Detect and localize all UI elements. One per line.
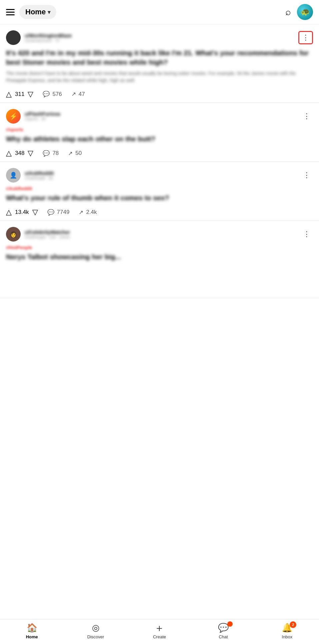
nav-item-chat[interactable]: 💬 ● Chat [210,623,237,639]
share-button-3[interactable]: ↗ 2.4k [79,209,97,216]
inbox-nav-label: Inbox [282,634,292,639]
nav-item-create[interactable]: ＋ Create [146,623,173,639]
user-info-3: u/AskReddit r/AskReddit · 6h [25,170,54,181]
posts-feed: u/WorthingtonBlaze r/entertainment · 7h … [0,24,319,298]
post-title-1: It's 420 and I'm in my mid-30s running i… [0,48,319,70]
discover-nav-label: Discover [87,634,104,639]
username-2: u/FlashFuriosa [25,111,60,117]
post-title-3: What's your rule of thumb when it comes … [0,193,319,205]
post-header-3: 👤 u/AskReddit r/AskReddit · 6h ⋮ [0,168,319,186]
username-3: u/AskReddit [25,170,54,176]
inbox-badge: 2 [290,621,296,628]
discover-icon: ◎ [92,623,100,633]
user-avatar-3[interactable]: 👤 [6,168,21,183]
more-options-icon-4[interactable]: ⋮ [300,229,313,240]
comment-button-1[interactable]: 💬 576 [43,91,62,98]
nav-item-inbox[interactable]: 🔔 2 Inbox [274,623,300,639]
upvote-icon-2[interactable]: △ [6,149,12,158]
username-1: u/WorthingtonBlaze [25,33,72,38]
nav-item-home[interactable]: 🏠 Home [19,623,45,639]
post-2: ⚡ u/FlashFuriosa r/sports · 3h ⋮ r/sport… [0,103,319,162]
home-icon: 🏠 [27,623,37,633]
comment-count-1: 576 [52,91,62,98]
avatar-image [297,4,313,20]
chat-badge: ● [227,621,233,627]
post-title-4: Nerys Talbot showcasing her big... [0,252,319,264]
upvote-count-2: 348 [15,150,24,157]
upvote-count-1: 311 [15,91,24,98]
search-icon[interactable]: ⌕ [285,7,291,17]
nav-item-discover[interactable]: ◎ Discover [82,623,109,639]
share-count-1: 47 [79,91,85,98]
home-dropdown-button[interactable]: Home ▾ [19,5,56,19]
post-subreddit-2: r/sports [0,127,319,134]
user-info-2: u/FlashFuriosa r/sports · 3h [25,111,60,121]
post-subreddit-4: r/HotPeople [0,245,319,252]
vote-group-1: △ 311 ▽ [6,90,33,99]
comment-button-3[interactable]: 💬 7749 [47,209,70,216]
post-header-2: ⚡ u/FlashFuriosa r/sports · 3h ⋮ [0,109,319,127]
share-count-2: 50 [75,150,82,157]
post-title-2: Why do athletes slap each other on the b… [0,134,319,146]
user-avatar-2[interactable]: ⚡ [6,109,21,124]
comment-button-2[interactable]: 💬 78 [43,150,59,157]
more-options-icon-2[interactable]: ⋮ [300,111,313,122]
comment-count-3: 7749 [57,209,70,216]
user-avatar-1[interactable] [6,30,21,45]
share-icon-1: ↗ [71,91,76,98]
menu-button[interactable] [6,9,15,15]
share-button-1[interactable]: ↗ 47 [71,91,85,98]
share-button-2[interactable]: ↗ 50 [68,150,82,157]
user-info-4: u/CelebrityWatcher r/HotPeople · 13h · 1… [25,229,70,240]
comment-count-2: 78 [52,150,59,157]
post-user-2: ⚡ u/FlashFuriosa r/sports · 3h [6,109,60,124]
post-user-3: 👤 u/AskReddit r/AskReddit · 6h [6,168,54,183]
post-user-4: 👩 u/CelebrityWatcher r/HotPeople · 13h ·… [6,227,70,242]
post-user-1: u/WorthingtonBlaze r/entertainment · 7h [6,30,72,45]
comment-icon-2: 💬 [43,150,50,157]
user-meta-2: r/sports · 3h [25,117,60,121]
post-header-1: u/WorthingtonBlaze r/entertainment · 7h … [0,30,319,48]
comment-icon-3: 💬 [47,209,54,216]
bottom-nav: 🏠 Home ◎ Discover ＋ Create 💬 ● Chat 🔔 2 … [0,619,319,644]
nav-left: Home ▾ [6,5,56,19]
share-count-3: 2.4k [86,209,97,216]
post-actions-2: △ 348 ▽ 💬 78 ↗ 50 [0,146,319,158]
share-icon-3: ↗ [79,209,83,216]
create-icon: ＋ [154,623,164,633]
username-4: u/CelebrityWatcher [25,229,70,235]
downvote-icon-1[interactable]: ▽ [28,90,33,99]
more-options-icon-1[interactable]: ⋮ [298,31,313,44]
post-body-1: The movie doesn't have to be about weed … [0,70,319,87]
share-icon-2: ↗ [68,150,73,157]
upvote-icon-1[interactable]: △ [6,90,12,99]
avatar[interactable] [297,4,313,20]
vote-group-2: △ 348 ▽ [6,149,33,158]
user-meta-4: r/HotPeople · 13h · 14min [25,235,70,240]
upvote-count-3: 13.4k [15,209,29,216]
post-4: 👩 u/CelebrityWatcher r/HotPeople · 13h ·… [0,221,319,298]
upvote-icon-3[interactable]: △ [6,208,12,217]
vote-group-3: △ 13.4k ▽ [6,208,38,217]
more-options-icon-3[interactable]: ⋮ [300,170,313,181]
post-3: 👤 u/AskReddit r/AskReddit · 6h ⋮ r/AskRe… [0,162,319,221]
create-nav-label: Create [153,634,166,639]
user-avatar-4[interactable]: 👩 [6,227,21,242]
home-nav-label: Home [26,634,38,639]
user-info-1: u/WorthingtonBlaze r/entertainment · 7h [25,33,72,43]
chevron-down-icon: ▾ [48,9,50,15]
chat-nav-label: Chat [219,634,228,639]
nav-right: ⌕ [285,4,313,20]
post-1: u/WorthingtonBlaze r/entertainment · 7h … [0,24,319,103]
home-label: Home [25,8,46,16]
post-header-4: 👩 u/CelebrityWatcher r/HotPeople · 13h ·… [0,227,319,245]
downvote-icon-3[interactable]: ▽ [32,208,38,217]
downvote-icon-2[interactable]: ▽ [28,149,33,158]
user-meta-3: r/AskReddit · 6h [25,176,54,181]
top-nav: Home ▾ ⌕ [0,0,319,24]
comment-icon-1: 💬 [43,91,50,98]
post-actions-1: △ 311 ▽ 💬 576 ↗ 47 [0,87,319,99]
post-actions-3: △ 13.4k ▽ 💬 7749 ↗ 2.4k [0,205,319,217]
post-subreddit-3: r/AskReddit [0,186,319,193]
user-meta-1: r/entertainment · 7h [25,38,72,43]
